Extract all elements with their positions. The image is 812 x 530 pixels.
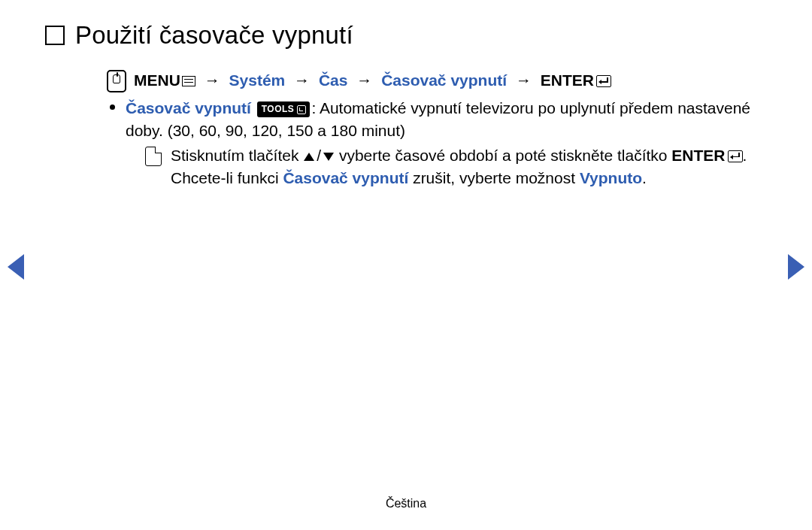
footer-language: Čeština xyxy=(0,497,812,510)
note-part5: . xyxy=(642,169,647,186)
breadcrumb-text: MENU → Systém → Čas → Časovač vypnutí → … xyxy=(134,69,611,92)
enter-icon xyxy=(596,75,611,87)
tools-icon xyxy=(297,105,306,114)
triangle-up-icon xyxy=(304,153,314,161)
note-icon xyxy=(145,147,162,166)
enter-label: ENTER xyxy=(541,71,594,89)
tools-label: TOOLS xyxy=(262,103,295,116)
arrow-icon: → xyxy=(294,71,310,89)
title-row: Použití časovače vypnutí xyxy=(45,21,767,50)
menu-label: MENU xyxy=(134,71,180,89)
slash: / xyxy=(317,147,321,164)
prev-page-button[interactable] xyxy=(8,254,24,280)
next-page-button[interactable] xyxy=(788,254,804,280)
arrow-icon: → xyxy=(516,71,532,89)
arrow-icon: → xyxy=(356,71,372,89)
feature-name: Časovač vypnutí xyxy=(126,99,251,117)
note-text: Stisknutím tlačítek / vyberte časové obd… xyxy=(171,144,767,190)
enter-icon xyxy=(728,150,743,162)
hand-icon xyxy=(107,70,126,92)
page-title: Použití časovače vypnutí xyxy=(75,21,353,50)
body: MENU → Systém → Čas → Časovač vypnutí → … xyxy=(107,69,767,190)
section-icon xyxy=(45,26,65,45)
note-casovac: Časovač vypnutí xyxy=(283,169,408,186)
bullet-text: Časovač vypnutí TOOLS: Automatické vypnu… xyxy=(126,97,767,190)
note-part2: vyberte časové období a poté stiskněte t… xyxy=(335,147,671,164)
breadcrumb: MENU → Systém → Čas → Časovač vypnutí → … xyxy=(107,69,767,92)
note-part4: zrušit, vyberte možnost xyxy=(408,169,580,186)
crumb-cas: Čas xyxy=(319,71,348,89)
bullet-item: Časovač vypnutí TOOLS: Automatické vypnu… xyxy=(107,97,767,190)
crumb-system: Systém xyxy=(229,71,286,89)
enter-word: ENTER xyxy=(671,147,725,164)
bullet-icon xyxy=(110,104,115,110)
arrow-icon: → xyxy=(205,71,220,89)
menu-icon xyxy=(182,76,195,86)
tools-badge: TOOLS xyxy=(257,101,311,117)
triangle-down-icon xyxy=(323,153,334,161)
note-part1: Stisknutím tlačítek xyxy=(171,147,303,164)
note-row: Stisknutím tlačítek / vyberte časové obd… xyxy=(145,144,767,190)
manual-page: Použití časovače vypnutí MENU → Systém →… xyxy=(0,0,812,530)
crumb-casovac: Časovač vypnutí xyxy=(381,71,507,89)
note-vypnuto: Vypnuto xyxy=(580,169,642,186)
